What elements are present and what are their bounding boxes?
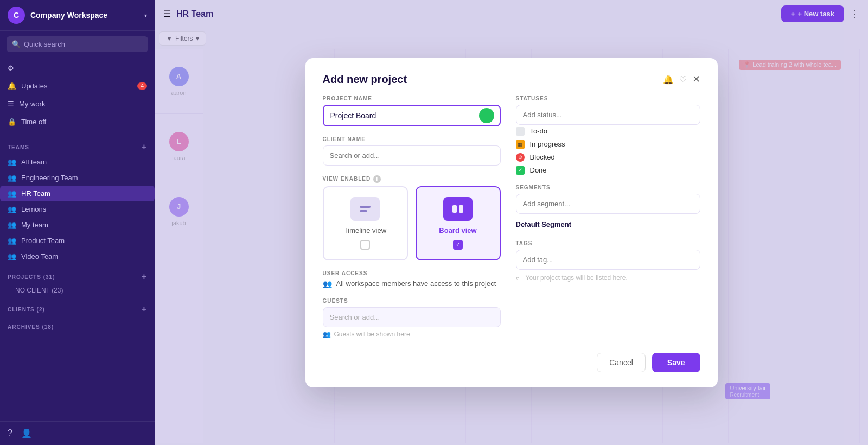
timeline-view-checkbox[interactable] [360, 240, 370, 250]
sidebar-item-hr-team[interactable]: 👥 HR Team [0, 186, 155, 201]
svg-rect-2 [452, 205, 457, 213]
cancel-button[interactable]: Cancel [597, 353, 646, 372]
workspace-name: Company Workspace [30, 11, 142, 20]
guests-placeholder: Search or add... [330, 313, 380, 321]
user-access-label: USER ACCESS [323, 270, 501, 276]
blocked-icon: ⊘ [516, 153, 525, 162]
sidebar-item-my-team[interactable]: 👥 My team [0, 217, 155, 233]
tags-note-text: Your project tags will be listed here. [526, 274, 628, 282]
video-team-label: Video Team [21, 252, 58, 260]
statuses-input[interactable] [516, 105, 700, 125]
project-name-label: PROJECT NAME [323, 96, 501, 101]
board-view-checkbox[interactable]: ✓ [453, 240, 463, 250]
sidebar-nav-my-work[interactable]: ☰ My work [0, 96, 155, 112]
sidebar-search[interactable]: 🔍 Quick search [7, 36, 148, 52]
teams-label: TEAMS [8, 144, 29, 150]
sidebar: C Company Workspace ▾ 🔍 Quick search ⚙ 🔔… [0, 0, 155, 445]
view-enabled-label: VIEW ENABLED i [323, 175, 501, 183]
people-access-icon: 👥 [323, 279, 332, 288]
status-list: To-do ▦ In progress ⊘ Blocked [516, 127, 700, 175]
tags-input[interactable] [516, 250, 700, 270]
add-team-button[interactable]: + [142, 142, 147, 152]
svg-rect-1 [360, 210, 367, 212]
project-name-field: PROJECT NAME [323, 96, 501, 126]
statuses-label: STATUSES [516, 96, 700, 101]
sidebar-nav-updates[interactable]: 🔔 Updates 4 [0, 78, 155, 94]
settings-icon: ⚙ [8, 64, 14, 72]
guests-input[interactable]: Search or add... [323, 307, 501, 327]
todo-icon [516, 127, 525, 136]
status-todo: To-do [516, 127, 700, 136]
client-name-field: CLIENT NAME [323, 136, 501, 166]
people-icon: 👥 [8, 189, 16, 198]
client-name-label: CLIENT NAME [323, 136, 501, 142]
save-button[interactable]: Save [652, 353, 700, 372]
guests-section: GUESTS Search or add... 👥 Guests will be… [323, 298, 501, 338]
sidebar-item-engineering-team[interactable]: 👥 Engineering Team [0, 170, 155, 186]
project-color-picker[interactable] [479, 108, 494, 123]
project-name-row [323, 105, 501, 126]
view-options: Timeline view Board vie [323, 186, 501, 260]
search-label: Quick search [24, 40, 65, 48]
my-team-label: My team [21, 221, 48, 229]
lock-icon: 🔒 [8, 118, 16, 126]
sidebar-header[interactable]: C Company Workspace ▾ [0, 0, 155, 31]
client-name-input[interactable] [323, 145, 501, 166]
time-off-label: Time off [21, 118, 46, 126]
sidebar-nav-time-off[interactable]: 🔒 Time off [0, 113, 155, 130]
view-enabled-info-icon[interactable]: i [373, 175, 381, 183]
modal-bell-icon[interactable]: 🔔 [663, 74, 674, 85]
blocked-label: Blocked [530, 153, 555, 161]
people-icon: 👥 [8, 174, 16, 182]
add-client-button[interactable]: + [142, 304, 147, 314]
lemons-label: Lemons [21, 205, 46, 213]
board-view-card[interactable]: Board view ✓ [416, 186, 501, 260]
main-area: ☰ HR Team + + New task ⋮ ▼ Filters ▾ A a… [155, 0, 868, 445]
timeline-view-icon [350, 197, 380, 221]
sidebar-item-no-client[interactable]: NO CLIENT (23) [0, 284, 155, 297]
archives-section: ARCHIVES (18) [0, 316, 155, 332]
default-segment: Default Segment [516, 218, 700, 231]
modal-close-button[interactable]: ✕ [692, 73, 700, 85]
segments-input[interactable] [516, 194, 700, 214]
sidebar-item-video-team[interactable]: 👥 Video Team [0, 249, 155, 264]
clients-section: CLIENTS (2) + [0, 297, 155, 316]
add-project-modal: Add new project 🔔 ♡ ✕ PROJECT NAME [305, 58, 718, 387]
archives-label: ARCHIVES (18) [8, 324, 54, 330]
modal-left-column: PROJECT NAME CLIENT NAME [323, 96, 501, 338]
status-blocked: ⊘ Blocked [516, 153, 700, 162]
sidebar-nav-settings[interactable]: ⚙ [0, 60, 155, 77]
modal-header-icons: 🔔 ♡ ✕ [663, 73, 700, 85]
sidebar-item-all-team[interactable]: 👥 All team [0, 154, 155, 170]
tags-note: 🏷 Your project tags will be listed here. [516, 274, 700, 282]
workspace-logo: C [8, 7, 25, 24]
projects-label: PROJECTS (31) [8, 274, 55, 280]
people-icon: 👥 [8, 221, 16, 229]
view-enabled-field: VIEW ENABLED i [323, 175, 501, 260]
list-icon: ☰ [8, 100, 14, 108]
sidebar-item-product-team[interactable]: 👥 Product Team [0, 233, 155, 249]
timeline-view-card[interactable]: Timeline view [323, 186, 408, 260]
segments-label: SEGMENTS [516, 185, 700, 190]
modal-overlay[interactable]: Add new project 🔔 ♡ ✕ PROJECT NAME [155, 0, 868, 445]
add-project-button[interactable]: + [142, 272, 147, 282]
tags-section: TAGS 🏷 Your project tags will be listed … [516, 240, 700, 282]
sidebar-item-lemons[interactable]: 👥 Lemons [0, 201, 155, 217]
modal-heart-icon[interactable]: ♡ [679, 74, 687, 85]
tags-label: TAGS [516, 240, 700, 246]
workspace-chevron[interactable]: ▾ [144, 12, 147, 18]
done-label: Done [530, 166, 547, 174]
guests-note-icon: 👥 [323, 330, 331, 338]
modal-body: PROJECT NAME CLIENT NAME [323, 96, 700, 338]
project-name-input[interactable] [324, 106, 479, 125]
product-team-label: Product Team [21, 237, 65, 245]
question-icon[interactable]: ? [8, 428, 12, 438]
modal-header: Add new project 🔔 ♡ ✕ [323, 73, 700, 86]
people-icon: 👥 [8, 158, 16, 166]
avatar-bottom-icon[interactable]: 👤 [21, 428, 32, 438]
modal-title: Add new project [323, 73, 407, 86]
timeline-view-label: Timeline view [344, 226, 386, 234]
tag-icon: 🏷 [516, 274, 522, 282]
engineering-team-label: Engineering Team [21, 174, 78, 182]
status-done: ✓ Done [516, 166, 700, 175]
